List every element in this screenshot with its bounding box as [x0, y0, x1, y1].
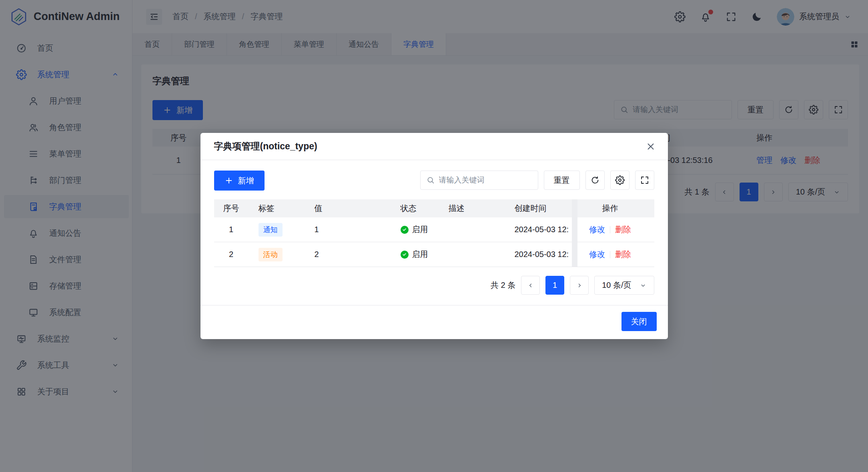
status-enabled-icon [401, 226, 409, 234]
cell-value: 2 [305, 250, 391, 259]
cell-actions: 修改 删除 [572, 224, 649, 235]
cell-actions: 修改 删除 [572, 249, 649, 260]
modal-table-row: 1 通知 1 启用 2024-05-03 12: 修改 删除 [214, 217, 654, 242]
col-header-label: 标签 [249, 203, 305, 214]
modal-toolbar-right: 重置 [420, 171, 654, 190]
modal-column-settings-button[interactable] [610, 171, 629, 190]
modal-refresh-button[interactable] [585, 171, 605, 190]
col-header-status: 状态 [391, 203, 439, 214]
col-header-seq: 序号 [214, 203, 249, 214]
refresh-icon [590, 175, 600, 185]
modal-add-button-label: 新增 [238, 175, 254, 186]
next-page-button[interactable] [570, 276, 589, 295]
delete-link[interactable]: 删除 [615, 224, 631, 235]
action-divider [610, 251, 610, 258]
edit-link[interactable]: 修改 [589, 249, 605, 260]
modal-body: 新增 重置 序号 标签 值 [200, 160, 668, 295]
col-header-actions: 操作 [572, 203, 649, 214]
modal-reset-button[interactable]: 重置 [544, 171, 580, 190]
edit-link[interactable]: 修改 [589, 224, 605, 235]
cell-created-time: 2024-05-03 12: [505, 250, 572, 259]
page-size-value: 10 条/页 [602, 280, 631, 291]
tag-badge: 通知 [259, 223, 283, 237]
delete-link[interactable]: 删除 [615, 249, 631, 260]
modal-pagination: 共 2 条 1 10 条/页 [214, 276, 654, 295]
prev-page-button[interactable] [521, 276, 540, 295]
check-icon [402, 252, 407, 257]
cell-seq: 2 [214, 250, 249, 259]
modal-table-header-row: 序号 标签 值 状态 描述 创建时间 操作 [214, 199, 654, 217]
chevron-down-icon [639, 282, 647, 289]
cell-status: 启用 [391, 224, 439, 235]
close-icon[interactable] [645, 141, 656, 152]
col-header-value: 值 [305, 203, 391, 214]
chevron-left-icon [527, 282, 534, 289]
status-text: 启用 [412, 224, 428, 235]
tag-badge: 活动 [259, 248, 283, 261]
pagination-total: 共 2 条 [491, 280, 515, 291]
modal-footer: 关闭 [200, 305, 668, 339]
app-root: ContiNew Admin 首页 系统管理 用户管理 角色管理 [0, 0, 868, 472]
dict-item-modal: 字典项管理(notice_type) 新增 重置 [200, 133, 668, 339]
modal-title: 字典项管理(notice_type) [214, 140, 317, 153]
status-text: 启用 [412, 249, 428, 260]
modal-search-box [420, 171, 538, 190]
page-number-button[interactable]: 1 [545, 276, 564, 295]
cell-created-time: 2024-05-03 12: [505, 225, 572, 234]
status-enabled-icon [401, 251, 409, 259]
cell-seq: 1 [214, 225, 249, 234]
fullscreen-icon [640, 175, 649, 185]
table-scrollbar[interactable] [572, 199, 577, 267]
search-icon [426, 176, 435, 185]
cell-label: 活动 [249, 248, 305, 261]
col-header-desc: 描述 [439, 203, 505, 214]
modal-fullscreen-button[interactable] [635, 171, 654, 190]
gear-icon [615, 175, 625, 185]
modal-toolbar: 新增 重置 [214, 171, 654, 191]
modal-table-row: 2 活动 2 启用 2024-05-03 12: 修改 删除 [214, 242, 654, 267]
cell-value: 1 [305, 225, 391, 234]
cell-status: 启用 [391, 249, 439, 260]
action-divider [610, 226, 610, 233]
cell-label: 通知 [249, 223, 305, 237]
check-icon [402, 227, 407, 232]
plus-icon [225, 176, 233, 185]
modal-close-button[interactable]: 关闭 [621, 312, 657, 331]
modal-header: 字典项管理(notice_type) [200, 133, 668, 160]
modal-search-input[interactable] [439, 176, 532, 185]
modal-add-button[interactable]: 新增 [214, 171, 265, 191]
page-size-select[interactable]: 10 条/页 [594, 276, 654, 295]
modal-table: 序号 标签 值 状态 描述 创建时间 操作 1 通知 1 启用 [214, 199, 654, 267]
chevron-right-icon [576, 282, 583, 289]
col-header-time: 创建时间 [505, 203, 572, 214]
